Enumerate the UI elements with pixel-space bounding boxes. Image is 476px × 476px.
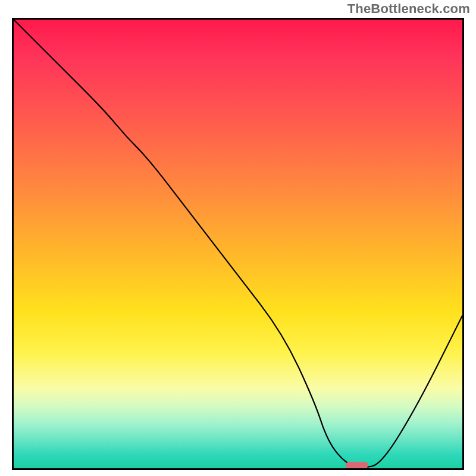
- optimal-marker: [346, 462, 368, 468]
- bottleneck-chart: TheBottleneck.com: [0, 0, 476, 476]
- curve-layer: [14, 20, 462, 468]
- bottleneck-curve: [14, 20, 462, 467]
- watermark-text: TheBottleneck.com: [347, 1, 470, 17]
- plot-area: [12, 18, 464, 470]
